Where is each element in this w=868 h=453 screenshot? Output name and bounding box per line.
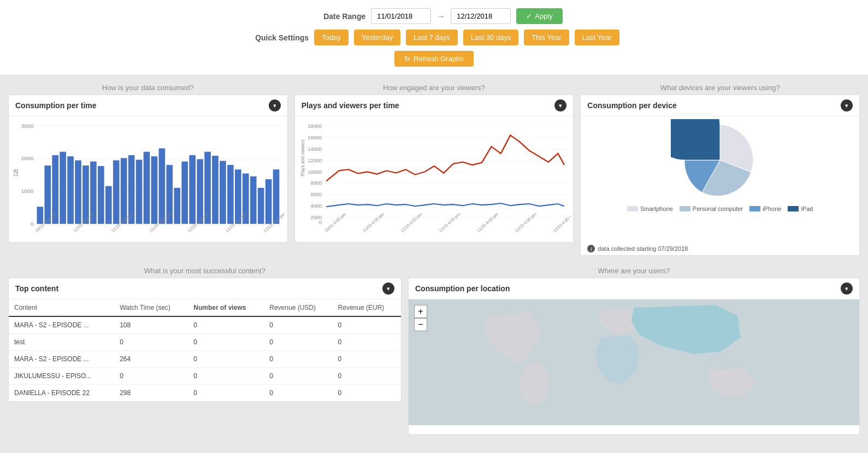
cell-watch-time: 264 <box>114 351 188 368</box>
legend-ipad: iPad <box>788 205 813 212</box>
cell-revenue-usd: 0 <box>264 385 332 402</box>
plays-dropdown-icon[interactable]: ▾ <box>554 99 566 111</box>
svg-text:3000: 3000 <box>21 123 34 128</box>
svg-rect-9 <box>37 207 43 223</box>
cell-revenue-usd: 0 <box>264 316 332 334</box>
svg-rect-22 <box>136 160 143 223</box>
end-date-input[interactable] <box>451 8 511 24</box>
cell-revenue-eur: 0 <box>333 351 401 368</box>
plays-chart-body: 18000 16000 14000 12000 10000 8000 6000 … <box>295 116 574 242</box>
legend-ipad-label: iPad <box>801 205 813 212</box>
plays-chart-title: Plays and viewers per time <box>302 101 399 110</box>
this-year-button[interactable]: This Year <box>524 30 569 45</box>
cell-watch-time: 0 <box>114 368 188 385</box>
legend-pc-label: Personal computer <box>693 205 743 212</box>
cell-watch-time: 0 <box>114 334 188 351</box>
svg-rect-18 <box>105 186 112 224</box>
svg-rect-25 <box>159 148 166 223</box>
svg-text:11/05 4:00 pm: 11/05 4:00 pm <box>361 212 385 233</box>
svg-rect-23 <box>144 152 150 224</box>
map-body: + − <box>409 299 859 425</box>
main-content: How is your data consumed? Consumption p… <box>0 75 868 434</box>
last7-button[interactable]: Last 7 days <box>406 30 458 45</box>
plays-section-label: How engaged are your viewers? <box>294 84 574 92</box>
top-content-section-label: What is your most successful content? <box>8 267 401 275</box>
table-row: DANIELLA - EPISODE 22 298 0 0 0 <box>9 385 401 402</box>
legend-pc-color <box>680 206 690 211</box>
consumption-chart-title: Consumption per time <box>15 101 97 110</box>
svg-text:18000: 18000 <box>308 123 322 128</box>
plays-line-chart: 18000 16000 14000 12000 10000 8000 6000 … <box>298 119 571 239</box>
cell-views: 0 <box>188 385 264 402</box>
svg-text:6000: 6000 <box>310 192 322 197</box>
svg-rect-32 <box>212 156 219 224</box>
data-note: i data collected starting 07/29/2018 <box>581 242 859 255</box>
device-dropdown-icon[interactable]: ▾ <box>841 99 853 111</box>
cell-revenue-usd: 0 <box>264 368 332 385</box>
zoom-in-button[interactable]: + <box>414 305 427 318</box>
location-section-label: Where are your users? <box>408 267 860 275</box>
svg-text:10000: 10000 <box>308 169 322 174</box>
top-content-dropdown-icon[interactable]: ▾ <box>382 283 394 295</box>
legend-iphone-color <box>749 206 760 211</box>
svg-rect-14 <box>75 160 81 223</box>
consumption-chart-body: 3000 2000 1000 0 GB <box>9 116 287 242</box>
last-year-button[interactable]: Last Year <box>575 30 619 45</box>
svg-rect-38 <box>258 188 264 224</box>
svg-rect-37 <box>250 177 257 224</box>
cell-content: MARA - S2 - EPISODE ... <box>9 351 114 368</box>
svg-text:11/25 4:00 pm: 11/25 4:00 pm <box>513 212 537 233</box>
filter-bar: Date Range → ✓ Apply Quick Settings Toda… <box>0 0 868 75</box>
svg-text:Plays and viewers: Plays and viewers <box>299 139 305 177</box>
refresh-icon: ↻ <box>404 55 410 63</box>
start-date-input[interactable] <box>371 8 431 24</box>
zoom-out-button[interactable]: − <box>414 318 427 331</box>
top-content-title: Top content <box>15 284 58 293</box>
svg-rect-12 <box>60 152 66 224</box>
location-map-title: Consumption per location <box>415 284 510 293</box>
svg-text:1000: 1000 <box>21 189 34 194</box>
svg-text:10/31 5:00 pm: 10/31 5:00 pm <box>323 212 347 233</box>
cell-views: 0 <box>188 368 264 385</box>
svg-rect-34 <box>227 165 234 224</box>
arrow-icon: → <box>436 11 445 21</box>
legend-iphone: iPhone <box>749 205 781 212</box>
col-watch-time: Watch Time (sec) <box>114 299 188 316</box>
svg-text:11/20 4:00 pm: 11/20 4:00 pm <box>476 212 499 233</box>
yesterday-button[interactable]: Yesterday <box>354 30 400 45</box>
svg-text:2000: 2000 <box>21 156 34 161</box>
cell-watch-time: 298 <box>114 385 188 402</box>
last30-button[interactable]: Last 30 days <box>463 30 519 45</box>
cell-content: JIKULUMESSU - EPISO... <box>9 368 114 385</box>
svg-rect-29 <box>189 155 196 224</box>
map-zoom-controls: + − <box>414 305 427 331</box>
refresh-button[interactable]: ↻ Refresh Graphs <box>394 51 474 67</box>
location-dropdown-icon[interactable]: ▾ <box>841 283 853 295</box>
cell-revenue-eur: 0 <box>333 385 401 402</box>
consumption-chart-card: Consumption per time ▾ 3000 2000 1000 0 <box>8 95 288 243</box>
consumption-section: How is your data consumed? Consumption p… <box>8 84 288 256</box>
apply-button[interactable]: ✓ Apply <box>516 8 563 24</box>
cell-content: MARA - S2 - EPISODE ... <box>9 316 114 334</box>
consumption-section-label: How is your data consumed? <box>8 84 288 92</box>
table-row: MARA - S2 - EPISODE ... 108 0 0 0 <box>9 316 401 334</box>
world-map-svg <box>409 299 859 425</box>
consumption-dropdown-icon[interactable]: ▾ <box>269 99 281 111</box>
device-pie-chart <box>671 119 769 201</box>
quick-settings-label: Quick Settings <box>249 33 309 42</box>
col-content: Content <box>9 299 114 316</box>
charts-row: How is your data consumed? Consumption p… <box>8 84 860 258</box>
today-button[interactable]: Today <box>314 30 349 45</box>
svg-text:GB: GB <box>13 169 19 177</box>
device-pie-area: Smartphone Personal computer iPhone <box>581 116 859 242</box>
cell-content: test <box>9 334 114 351</box>
svg-text:0: 0 <box>319 220 322 225</box>
svg-text:11/10 4:00 pm: 11/10 4:00 pm <box>399 212 423 233</box>
svg-text:11/15 4:00 pm: 11/15 4:00 pm <box>438 212 461 233</box>
date-range-row: Date Range → ✓ Apply <box>305 8 563 24</box>
refresh-row: ↻ Refresh Graphs <box>394 51 474 67</box>
quick-settings-row: Quick Settings Today Yesterday Last 7 da… <box>249 30 619 45</box>
col-revenue-eur: Revenue (EUR) <box>333 299 401 316</box>
plays-chart-card: Plays and viewers per time ▾ 18000 16000… <box>294 95 574 243</box>
consumption-bar-chart: 3000 2000 1000 0 GB <box>11 119 285 239</box>
